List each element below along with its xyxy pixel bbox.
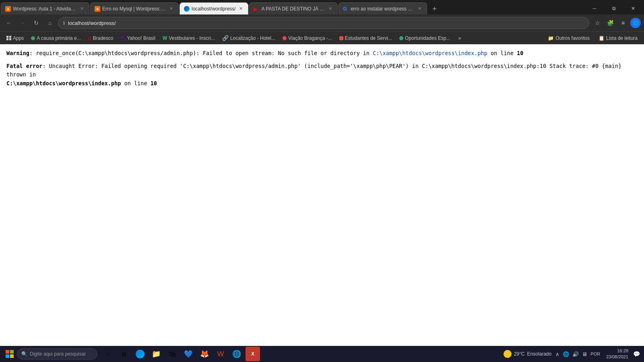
clock-time: 16:28 <box>604 348 628 354</box>
tray-battery-icon[interactable]: 🖥 <box>581 350 588 358</box>
bookmark-overflow[interactable]: » <box>455 34 464 42</box>
lista-leitura-label: Lista de leitura <box>606 35 638 41</box>
bookmark-viacao[interactable]: Viação Bragança -... <box>279 34 335 42</box>
bookmark-oportunidades-label: Oportunidades Esp... <box>405 35 450 41</box>
forward-button[interactable]: → <box>17 17 28 29</box>
svg-rect-0 <box>6 350 9 354</box>
browser-tab-2[interactable]: a Erro no Mysql | Wordpress: Sites ✕ <box>90 2 179 14</box>
bradesco-favicon: B <box>88 36 91 41</box>
tab-close-4[interactable]: ✕ <box>327 6 333 12</box>
tab-favicon-3 <box>184 6 190 12</box>
taskbar-office-button[interactable]: W <box>213 347 228 361</box>
tab-favicon-2: a <box>95 6 100 12</box>
refresh-button[interactable]: ↻ <box>31 17 42 29</box>
taskbar-app1-button[interactable]: 💙 <box>181 347 196 361</box>
bookmark-bradesco[interactable]: B Bradesco <box>85 34 117 42</box>
taskbar-taskview-button[interactable]: ⊞ <box>117 347 131 361</box>
tray-volume-icon[interactable]: 🔊 <box>572 350 580 358</box>
bookmark-estudantes[interactable]: Estudantes de Servi... <box>336 34 395 42</box>
add-tab-button[interactable]: + <box>429 3 440 14</box>
reading-list-icon: 📋 <box>599 35 605 41</box>
bookmarks-bar: Apps A causa primária e... B Bradesco Y!… <box>0 31 644 44</box>
page-content: Warning: require_once(C:\xampp\htdocs\wo… <box>0 44 644 346</box>
bookmark-causa[interactable]: A causa primária e... <box>28 34 84 42</box>
taskbar-explorer-button[interactable]: 📁 <box>149 347 163 361</box>
tray-lang[interactable]: POR <box>590 351 601 357</box>
taskbar-edge-button[interactable] <box>133 347 147 361</box>
tab-title-3: localhost/wordpress/ <box>192 6 235 12</box>
bookmark-lista-leitura[interactable]: 📋 Lista de leitura <box>595 34 641 42</box>
minimize-button[interactable]: ─ <box>585 2 604 14</box>
fatal-label: Fatal error <box>6 63 42 69</box>
browser-tab-4[interactable]: ▶ A PASTA DE DESTINO JÁ EXISTE ✕ <box>249 2 338 14</box>
browser-tab-5[interactable]: G erro ao instalar wordpress - Pesq ✕ <box>339 2 427 14</box>
bookmark-apps-label: Apps <box>13 35 24 41</box>
svg-rect-3 <box>10 354 14 358</box>
tab-favicon-1: a <box>5 6 11 12</box>
tab-title-5: erro ao instalar wordpress - Pesq <box>351 6 414 12</box>
bookmark-localizacao[interactable]: 🔗 Localização - Hotel... <box>219 34 279 42</box>
taskbar-right: 29°C Ensolarado ∧ 🌐 🔊 🖥 POR 16:28 23/08/… <box>504 348 642 360</box>
bookmark-estudantes-label: Estudantes de Servi... <box>345 35 392 41</box>
warning-file-link: C:\xampp\htdocs\wordpress\index.php <box>373 50 487 56</box>
warning-message: : require_once(C:\xampp\htdocs\wordpress… <box>29 50 369 56</box>
fatal-line-number: 10 <box>151 80 157 86</box>
tab-close-1[interactable]: ✕ <box>78 6 85 12</box>
svg-rect-2 <box>6 354 9 358</box>
collections-button[interactable]: ≡ <box>617 17 629 29</box>
bookmark-oportunidades[interactable]: Oportunidades Esp... <box>396 34 454 42</box>
bookmark-vestibulares[interactable]: W Vestibulares - Inscri... <box>159 34 218 42</box>
favorites-button[interactable]: ☆ <box>592 17 603 29</box>
tab-bar: a Wordpress: Aula 1 - Atividade 4 ✕ a Er… <box>0 0 644 14</box>
vestibulares-favicon: W <box>163 35 167 41</box>
taskbar-clock[interactable]: 16:28 23/08/2021 <box>604 348 628 360</box>
bookmark-localizacao-label: Localização - Hotel... <box>230 35 275 41</box>
taskbar-search-placeholder: Digite aqui para pesquisar <box>30 351 86 357</box>
back-button[interactable]: ← <box>3 17 14 29</box>
home-button[interactable]: ⌂ <box>44 17 56 29</box>
browser-tab-3[interactable]: localhost/wordpress/ ✕ <box>180 2 248 14</box>
warning-on-text: on line <box>491 50 514 56</box>
taskbar-store-button[interactable]: 🛍 <box>165 347 180 361</box>
profile-icon[interactable]: 🌐 <box>630 18 641 28</box>
tab-close-3[interactable]: ✕ <box>237 6 244 12</box>
bookmark-apps[interactable]: Apps <box>3 34 27 42</box>
apps-grid-icon <box>6 36 11 40</box>
windows-logo-icon <box>6 350 14 358</box>
taskbar: 🔍 Digite aqui para pesquisar ○ ⊞ 📁 🛍 💙 🦊… <box>0 346 644 362</box>
taskbar-xampp-button[interactable]: X <box>246 347 260 361</box>
folder-icon: 📁 <box>548 35 554 41</box>
clock-date: 23/08/2021 <box>604 354 628 360</box>
bookmark-causa-label: A causa primária e... <box>37 35 80 41</box>
tray-expand-icon[interactable]: ∧ <box>555 350 560 358</box>
address-bar[interactable]: ℹ localhost/wordpress/ <box>58 17 589 29</box>
taskbar-browser-button[interactable]: 🦊 <box>197 347 212 361</box>
restore-button[interactable]: ⧉ <box>605 2 623 14</box>
fatal-error-line: Fatal error: Uncaught Error: Failed open… <box>6 62 638 88</box>
bookmarks-overflow: 📁 Outros favoritos 📋 Lista de leitura <box>545 34 641 42</box>
taskbar-search-bar[interactable]: 🔍 Digite aqui para pesquisar <box>17 348 97 360</box>
tab-close-2[interactable]: ✕ <box>168 6 174 12</box>
notification-button[interactable]: 💬 <box>632 349 642 359</box>
taskbar-cortana-button[interactable]: ○ <box>101 347 115 361</box>
weather-desc: Ensolarado <box>527 351 551 357</box>
taskbar-chrome-button[interactable]: 🌐 <box>229 347 244 361</box>
bookmark-yahoo[interactable]: Y! Yahoo! Brasil <box>117 34 158 42</box>
sun-icon <box>504 350 512 358</box>
bookmark-yahoo-label: Yahoo! Brasil <box>127 35 155 41</box>
warning-line-number: 10 <box>517 50 523 56</box>
tab-close-5[interactable]: ✕ <box>416 6 423 12</box>
close-button[interactable]: ✕ <box>624 2 642 14</box>
taskbar-weather[interactable]: 29°C Ensolarado <box>504 350 552 358</box>
taskbar-search-icon: 🔍 <box>21 351 27 357</box>
localizacao-favicon: 🔗 <box>222 35 229 41</box>
extensions-button[interactable]: 🧩 <box>605 17 616 29</box>
fatal-on-text: on line <box>124 80 147 86</box>
outros-favoritos-label: Outros favoritos <box>555 35 590 41</box>
tray-network-icon[interactable]: 🌐 <box>562 350 570 358</box>
start-button[interactable] <box>2 347 17 361</box>
warning-label: Warning <box>6 50 29 56</box>
viacao-favicon <box>283 36 287 40</box>
browser-tab-1[interactable]: a Wordpress: Aula 1 - Atividade 4 ✕ <box>1 2 89 14</box>
bookmark-outros-favoritos[interactable]: 📁 Outros favoritos <box>545 34 593 42</box>
